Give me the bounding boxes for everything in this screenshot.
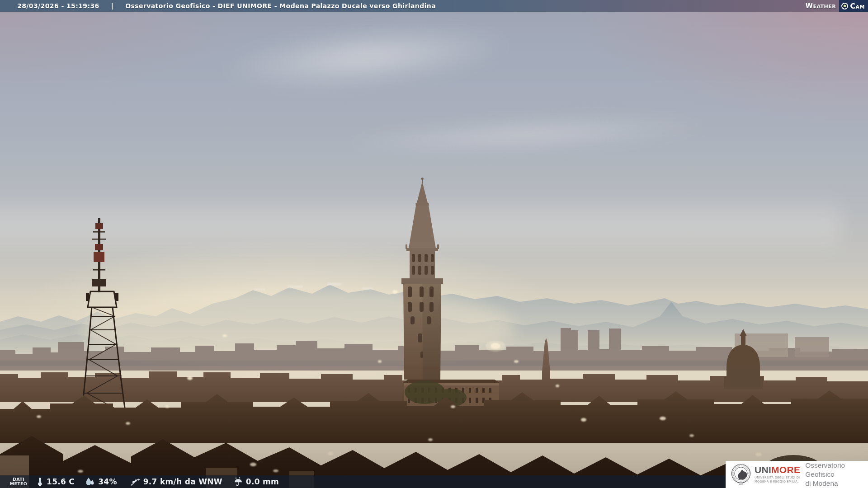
weathercam-logo-box: Cam	[839, 0, 868, 12]
ghirlandina-tower	[401, 178, 443, 380]
unimore-more: MORE	[771, 465, 800, 475]
university-caption: UNIVERSITÀ DEGLI STUDI DI MODENA E REGGI…	[755, 476, 800, 484]
seal-year: 1175	[739, 483, 744, 485]
thermometer-icon	[36, 477, 44, 487]
distant-building	[795, 337, 829, 357]
rain-reading: 0.0 mm	[233, 477, 279, 487]
wind-value: 9.7 km/h da WNW	[143, 477, 222, 486]
separator: |	[111, 2, 114, 9]
unimore-branding: UNIVERSITAS STUDIORUM MUTINENSIS ET REGI…	[726, 461, 868, 488]
wind-anemometer-icon	[130, 477, 141, 487]
weathercam-logo-weather: Weather	[805, 2, 836, 10]
rain-umbrella-icon	[233, 477, 243, 487]
webcam-frame: 28/03/2026 - 15:19:36 | Osservatorio Geo…	[0, 0, 868, 488]
temperature-value: 15.6 C	[47, 477, 75, 486]
rain-value: 0.0 mm	[246, 477, 279, 486]
humidity-reading: 34%	[85, 477, 117, 487]
top-info-bar: 28/03/2026 - 15:19:36 | Osservatorio Geo…	[0, 0, 868, 12]
unimore-seal: UNIVERSITAS STUDIORUM MUTINENSIS ET REGI…	[731, 463, 751, 486]
unimore-wordmark: UNIMORE UNIVERSITÀ DEGLI STUDI DI MODENA…	[755, 465, 800, 484]
unimore-uni: UNI	[755, 465, 771, 475]
temperature-reading: 15.6 C	[36, 477, 75, 487]
weather-data-label: DATI METEO	[7, 477, 30, 487]
humidity-icon	[85, 477, 95, 487]
weathercam-logo: Weather Cam	[805, 0, 868, 12]
humidity-value: 34%	[98, 477, 117, 486]
cityscape-scene	[0, 0, 868, 488]
webcam-title: Osservatorio Geofisico - DIEF UNIMORE - …	[125, 2, 436, 9]
observatory-name: Osservatorio Geofisico di Modena	[805, 461, 868, 488]
timestamp: 28/03/2026 - 15:19:36	[17, 2, 99, 9]
wind-reading: 9.7 km/h da WNW	[130, 477, 222, 487]
weathercam-logo-cam: Cam	[850, 2, 865, 10]
camera-lens-icon	[841, 3, 848, 9]
